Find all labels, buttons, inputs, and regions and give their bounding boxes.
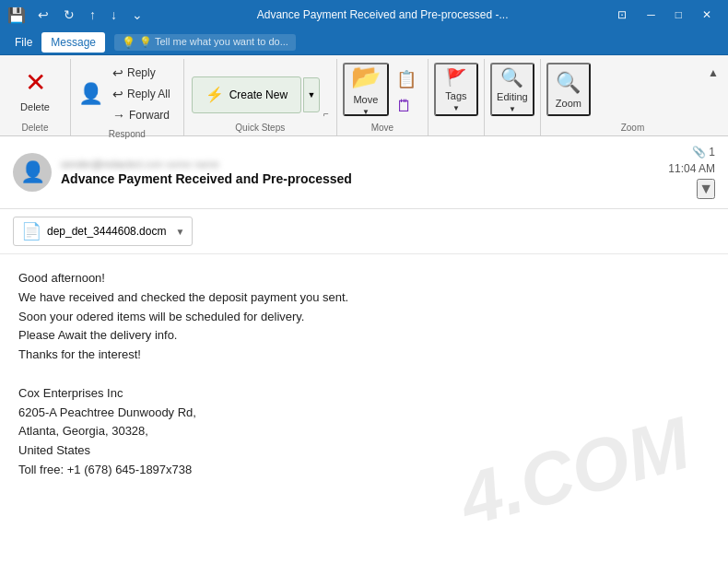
menu-message[interactable]: Message [41,32,105,53]
ribbon-collapse-button[interactable]: ▲ [708,66,719,79]
close-button[interactable]: ✕ [693,5,721,25]
ribbon-group-tags: 🚩 Tags ▼ [429,59,485,135]
docm-icon: 📄 [21,221,41,241]
title-bar-left-controls: ↩ ↻ ↑ ↓ ⌄ [33,6,147,24]
email-meta: sender@redacted.com some name Advance Pa… [61,158,659,186]
create-new-icon: ⚡ [205,86,224,103]
ribbon: ✕ Delete Delete 👤 ↩ Reply [0,55,728,136]
tell-me-box[interactable]: 💡 💡 Tell me what you want to do... [114,34,296,51]
reply-label: Reply [127,66,156,79]
ribbon-group-editing: 🔍 Editing ▼ [485,59,541,135]
address1: 6205-A Peachtree Dunwoody Rd, [18,404,710,423]
tell-me-icon: 💡 [122,36,135,49]
move-group-content: 📂 Move ▼ 📋 🗒 [343,59,422,121]
forward-label: Forward [129,109,170,122]
delete-icon: ✕ [25,67,46,98]
body-content: Good afternoon! We have received and che… [18,269,710,480]
more-button[interactable]: ⌄ [127,6,147,24]
email-area: 👤 sender@redacted.com some name Advance … [0,136,728,575]
quicksteps-dropdown[interactable]: ▼ [303,77,320,112]
body-line1: We have received and checked the deposit… [18,288,710,308]
reply-icon: ↩ [112,65,123,80]
onenote-icon: 🗒 [396,97,413,116]
zoom-group-label: Zoom [546,121,719,135]
move-button[interactable]: 📂 Move ▼ [343,63,389,116]
attachment-filename: dep_det_3444608.docm [47,225,166,238]
tell-me-text: 💡 Tell me what you want to do... [139,36,288,48]
up-button[interactable]: ↑ [85,6,100,24]
content-area: 👤 sender@redacted.com some name Advance … [0,136,728,575]
delete-group-label: Delete [9,121,61,135]
reply-all-label: Reply All [127,88,170,100]
address3: United States [18,441,710,461]
undo-button[interactable]: ↩ [33,6,53,24]
editing-arrow-icon: ▼ [509,105,516,113]
editing-button[interactable]: 🔍 Editing ▼ [490,63,534,116]
zoom-label: Zoom [556,98,581,109]
restore-button[interactable]: □ [666,5,691,25]
ribbon-group-respond: 👤 ↩ Reply ↩ Reply All → Forward [71,59,184,135]
delete-button[interactable]: ✕ Delete [9,63,61,116]
title-bar-right-controls: ⊡ ─ □ ✕ [608,5,721,25]
forward-button[interactable]: → Forward [107,105,176,125]
respond-group-label: Respond [78,127,176,142]
title-bar: 💾 ↩ ↻ ↑ ↓ ⌄ Advance Payment Received and… [0,0,728,29]
quicksteps-group-label: Quick Steps [192,121,329,135]
attachment-dropdown-icon: ▼ [175,227,184,237]
greeting: Good afternoon! [18,269,710,288]
phone: Toll free: +1 (678) 645-1897x738 [18,461,710,480]
tags-group-label [434,131,478,135]
zoom-icon: 🔍 [556,71,581,95]
company-name: Cox Enterprises Inc [18,384,710,404]
address2: Atlanta, Georgia, 30328, [18,422,710,441]
attachment-count: 1 [709,146,715,158]
rules-button[interactable]: 📋 [391,66,422,92]
redo-button[interactable]: ↻ [59,6,79,24]
quicksteps-row: ⚡ Create New ▼ [192,76,320,113]
rules-icon: 📋 [396,69,417,89]
ribbon-group-move: 📂 Move ▼ 📋 🗒 Move [337,59,429,135]
minimize-button[interactable]: ─ [638,5,664,25]
person-icon: 👤 [78,82,103,106]
email-right: 📎 1 11:04 AM ▼ [668,146,715,199]
body-line3: Please Await the delivery info. [18,326,710,346]
body-line2: Soon your odered items will be scheduled… [18,308,710,327]
dropdown-arrow-icon: ▼ [308,90,316,100]
onenote-button[interactable]: 🗒 [391,94,422,119]
editing-content: 🔍 Editing ▼ [490,59,534,131]
move-group-label: Move [343,121,422,135]
search-icon: 🔍 [500,66,523,88]
move-icon: 📂 [351,63,381,91]
email-subject: Advance Payment Received and Pre-process… [61,171,659,186]
save-icon[interactable]: 💾 [7,6,26,24]
email-from: sender@redacted.com some name [61,158,659,170]
create-new-button[interactable]: ⚡ Create New [192,76,301,113]
editing-group-label [490,131,534,135]
expand-button[interactable]: ▼ [697,179,715,199]
window-icon-button[interactable]: ⊡ [608,5,636,25]
delete-group-content: ✕ Delete [9,59,61,121]
menu-file[interactable]: File [6,32,41,53]
tags-arrow-icon: ▼ [452,104,460,112]
quicksteps-content: ⚡ Create New ▼ ⌐ [192,59,329,121]
zoom-button[interactable]: 🔍 Zoom [546,63,591,116]
reply-button[interactable]: ↩ Reply [107,63,176,83]
reply-all-button[interactable]: ↩ Reply All [107,84,176,104]
ribbon-group-quicksteps: ⚡ Create New ▼ ⌐ Quick Steps [184,59,337,135]
move-arrow-icon: ▼ [362,108,370,116]
tags-label: Tags [445,90,466,101]
avatar-icon: 👤 [20,160,45,184]
attachment-area: 📄 dep_det_3444608.docm ▼ [0,209,728,254]
forward-icon: → [112,108,125,123]
quicksteps-corner[interactable]: ⌐ [323,109,329,119]
attachment-item[interactable]: 📄 dep_det_3444608.docm ▼ [13,217,193,246]
sender-avatar: 👤 [13,153,52,192]
create-new-label: Create New [229,88,288,101]
email-body: Good afternoon! We have received and che… [0,254,728,568]
zoom-content: 🔍 Zoom ▲ [546,59,719,121]
window-title: Advance Payment Received and Pre-process… [157,8,608,21]
tags-button[interactable]: 🚩 Tags ▼ [434,63,478,116]
email-time: 11:04 AM [668,162,715,175]
down-button[interactable]: ↓ [106,6,122,24]
ribbon-group-zoom: 🔍 Zoom ▲ Zoom [541,59,724,135]
